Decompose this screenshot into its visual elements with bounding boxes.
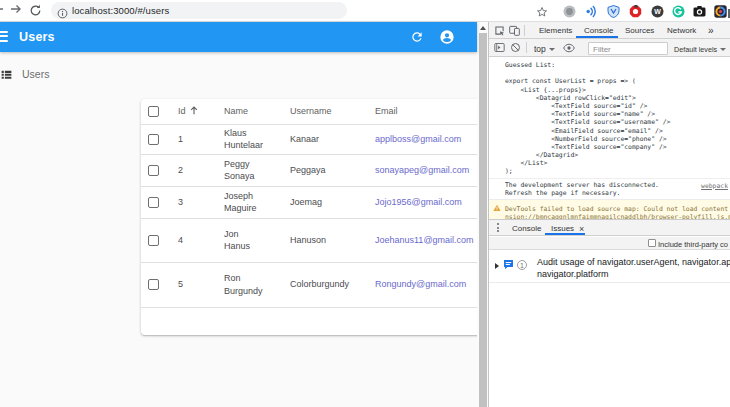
cell-id: 1 — [169, 124, 217, 154]
console-sidebar-icon[interactable] — [494, 42, 505, 55]
issue-row[interactable]: 1 Audit usage of navigator.userAgent, na… — [489, 250, 730, 283]
issues-toolbar: Include third-party co — [489, 237, 730, 250]
app-bar: Users — [0, 22, 477, 52]
devtools-panel: Elements Console Sources Network » top F… — [488, 22, 730, 407]
column-header-name[interactable]: Name — [217, 99, 283, 124]
table-header-row: Id Name Username Email — [141, 99, 477, 124]
tab-elements[interactable]: Elements — [539, 26, 572, 35]
console-info-message: The development server has disconnected.… — [489, 178, 730, 199]
devtools-tabbar: Elements Console Sources Network » — [489, 22, 730, 39]
table-row[interactable]: 4 Jon Hanus Hanuson Joehanus11@gmail.com — [141, 218, 477, 262]
tab-network[interactable]: Network — [667, 26, 696, 35]
sound-waves-extension-icon[interactable] — [585, 4, 598, 17]
column-header-email[interactable]: Email — [368, 99, 477, 124]
green-circle-extension-icon[interactable] — [672, 4, 685, 17]
filter-placeholder: Filter — [593, 45, 611, 54]
address-bar[interactable]: localhost:3000/#/users — [51, 2, 347, 19]
svg-text:W: W — [654, 8, 661, 15]
webpack-source-link[interactable]: webpack — [701, 182, 728, 190]
email-link[interactable]: Rongundy@gmail.com — [375, 279, 466, 289]
email-link[interactable]: sonayapeg@gmail.com — [375, 165, 469, 175]
context-selector[interactable]: top — [534, 44, 555, 54]
bookmark-star-icon[interactable] — [536, 4, 549, 17]
gray-circle-extension-icon[interactable] — [563, 4, 576, 17]
cell-username: Joemag — [283, 186, 368, 218]
forward-icon[interactable] — [9, 2, 23, 20]
third-party-checkbox[interactable] — [648, 239, 656, 247]
camera-extension-icon[interactable] — [693, 4, 706, 17]
table-row[interactable]: 3 Joseph Maguire Joemag Jojo1956@gmail.c… — [141, 186, 477, 218]
expand-issue-icon[interactable] — [495, 263, 499, 269]
photo-gradient-extension-icon[interactable] — [714, 4, 727, 17]
cell-id: 3 — [169, 186, 217, 218]
drawer-tab-console[interactable]: Console — [512, 224, 541, 233]
active-tab-underline — [576, 36, 618, 38]
cell-name: Jon Hanus — [217, 218, 283, 262]
clear-console-icon[interactable] — [510, 42, 521, 55]
warning-triangle-icon — [493, 204, 501, 214]
dropdown-caret-icon — [720, 48, 726, 51]
column-header-id[interactable]: Id — [169, 99, 217, 124]
view-list-icon — [0, 67, 13, 85]
live-expression-eye-icon[interactable] — [563, 43, 575, 55]
console-messages: Guessed List: export const UserList = pr… — [489, 58, 730, 219]
cell-name: Joseph Maguire — [217, 186, 283, 218]
app-content: Users Id Name Username Email 1 — [0, 52, 477, 407]
tab-sources[interactable]: Sources — [625, 26, 654, 35]
browser-toolbar: localhost:3000/#/users W — [0, 0, 730, 22]
log-levels-selector[interactable]: Default levels — [674, 45, 726, 54]
sort-ascending-icon — [190, 106, 198, 117]
users-list-card: Id Name Username Email 1 Klaus Huntelaar… — [141, 99, 477, 335]
cell-username: Colorburgundy — [283, 262, 368, 307]
page-scrollbar[interactable] — [477, 22, 488, 407]
users-table: Id Name Username Email 1 Klaus Huntelaar… — [141, 99, 477, 308]
separator — [526, 42, 527, 53]
inspect-element-icon[interactable] — [494, 25, 505, 38]
drawer-tabbar: Console Issues × — [489, 220, 730, 236]
cell-id: 4 — [169, 218, 217, 262]
device-toolbar-icon[interactable] — [509, 25, 520, 38]
blue-shield-extension-icon[interactable] — [607, 4, 620, 17]
email-link[interactable]: Jojo1956@gmail.com — [375, 197, 462, 207]
more-tabs-icon[interactable]: » — [708, 25, 714, 36]
select-all-checkbox[interactable] — [148, 106, 159, 117]
cell-name: Ron Burgundy — [217, 262, 283, 307]
drawer-menu-icon[interactable] — [497, 223, 499, 234]
table-row[interactable]: 1 Klaus Huntelaar Kanaar applboss@gmail.… — [141, 124, 477, 154]
refresh-icon[interactable] — [410, 30, 424, 48]
row-checkbox[interactable] — [148, 165, 159, 176]
table-row[interactable]: 5 Ron Burgundy Colorburgundy Rongundy@gm… — [141, 262, 477, 307]
url-text[interactable]: localhost:3000/#/users — [72, 5, 169, 16]
row-checkbox[interactable] — [148, 235, 159, 246]
account-circle-icon[interactable] — [439, 29, 455, 49]
sidebar-item-users[interactable]: Users — [0, 64, 130, 86]
cell-username: Peggaya — [283, 154, 368, 186]
issue-count-badge: 1 — [517, 260, 527, 270]
table-row[interactable]: 2 Peggy Sonaya Peggaya sonayapeg@gmail.c… — [141, 154, 477, 186]
column-header-username[interactable]: Username — [283, 99, 368, 124]
row-checkbox[interactable] — [148, 279, 159, 290]
tab-console[interactable]: Console — [584, 26, 613, 35]
page-title: Users — [19, 30, 55, 44]
back-icon[interactable] — [0, 2, 5, 20]
cell-name: Peggy Sonaya — [217, 154, 283, 186]
drawer-tab-issues[interactable]: Issues — [551, 224, 574, 233]
cell-id: 2 — [169, 154, 217, 186]
dark-w-extension-icon[interactable]: W — [651, 4, 664, 17]
issue-message-icon — [503, 259, 514, 272]
close-issues-tab-icon[interactable]: × — [579, 224, 584, 234]
row-checkbox[interactable] — [148, 134, 159, 145]
email-link[interactable]: applboss@gmail.com — [375, 134, 461, 144]
menu-icon[interactable] — [0, 31, 8, 44]
cell-id: 5 — [169, 262, 217, 307]
site-info-icon[interactable] — [57, 5, 68, 23]
email-link[interactable]: Joehanus11@gmail.com — [375, 235, 474, 245]
red-ring-extension-icon[interactable] — [629, 4, 642, 17]
dropdown-caret-icon — [549, 48, 555, 51]
row-checkbox[interactable] — [148, 197, 159, 208]
scrollbar-up-arrow-icon[interactable] — [480, 26, 486, 30]
scrollbar-thumb[interactable] — [479, 33, 487, 407]
reload-icon[interactable] — [29, 3, 42, 21]
console-filter-input[interactable]: Filter — [588, 42, 668, 55]
console-toolbar: top Filter Default levels — [489, 39, 730, 57]
